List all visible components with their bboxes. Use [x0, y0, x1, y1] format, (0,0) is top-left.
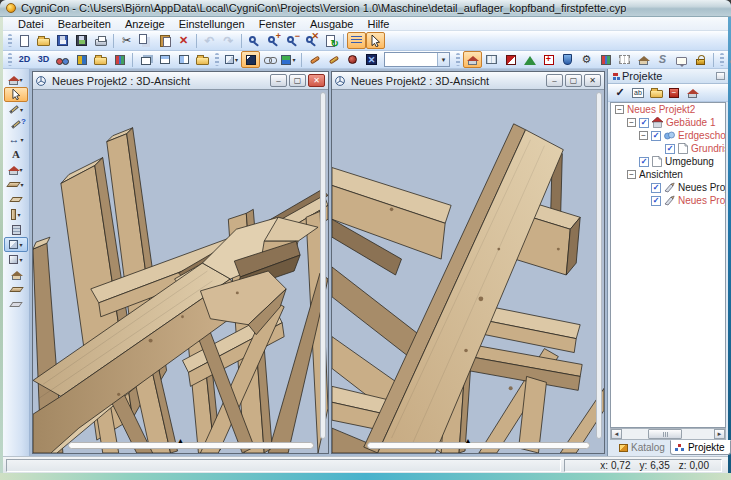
room-tool-button[interactable]: ▾	[4, 237, 28, 252]
horizontal-pan-track[interactable]	[367, 442, 590, 449]
tree-label-project[interactable]: Neues Projekt2	[627, 104, 695, 115]
panel-tool-button[interactable]: ▾	[4, 252, 28, 267]
viewport2-close-button[interactable]: ✕	[584, 74, 601, 87]
toolbar-grip[interactable]	[720, 53, 724, 66]
shaded-view-button[interactable]	[241, 51, 260, 68]
zoom-in-button[interactable]: +	[264, 32, 283, 49]
align-tool-button[interactable]: ▾	[4, 177, 28, 192]
connector-1-button[interactable]	[305, 51, 324, 68]
tree-label-building[interactable]: Gebäude 1	[666, 117, 716, 128]
tree-label-view1[interactable]: Neues Proje	[678, 182, 725, 193]
material-grid-button[interactable]	[110, 51, 129, 68]
delete-item-button[interactable]: −	[665, 85, 683, 101]
expander-icon[interactable]: −	[627, 170, 636, 179]
table-view-button[interactable]	[482, 51, 501, 68]
visibility-checkbox[interactable]: ✓	[651, 196, 661, 206]
tools-button[interactable]: ▾	[727, 51, 731, 68]
undo-button[interactable]: ↶	[200, 32, 219, 49]
redraw-button[interactable]: ↻	[321, 32, 340, 49]
render-cube-button[interactable]: ▾	[222, 51, 241, 68]
camera-view-button[interactable]	[72, 51, 91, 68]
text-tool-button[interactable]: A	[4, 147, 28, 162]
terrain-button[interactable]	[520, 51, 539, 68]
view-2d-button[interactable]: 2D	[15, 51, 34, 68]
viewport1-close-button[interactable]: ✕	[308, 74, 325, 87]
cut-button[interactable]: ✂	[117, 32, 136, 49]
paste-button[interactable]	[155, 32, 174, 49]
import-folder-button[interactable]	[91, 51, 110, 68]
tree-row-floor[interactable]: − ✓ Erdgeschos	[611, 129, 725, 142]
viewport1-restore-button[interactable]: ▢	[289, 74, 306, 87]
new-button[interactable]	[15, 32, 34, 49]
viewport2-restore-button[interactable]: ▢	[565, 74, 582, 87]
viewport2-minimize-button[interactable]: –	[546, 74, 563, 87]
steel-profile-button[interactable]: S	[653, 51, 672, 68]
stereo-glasses-button[interactable]	[53, 51, 72, 68]
viewport-window-2[interactable]: Neues Projekt2 : 3D-Ansicht – ▢ ✕	[331, 71, 605, 454]
tree-label-view2[interactable]: Neues Proje	[678, 195, 725, 206]
visibility-checkbox[interactable]: ✓	[651, 183, 661, 193]
menu-item-hilfe[interactable]: Hilfe	[360, 17, 396, 31]
visibility-checkbox[interactable]: ✓	[665, 144, 675, 154]
tree-horizontal-scrollbar[interactable]: ◄ ►	[610, 428, 726, 440]
dimension-tool-button[interactable]: ↔▾	[4, 132, 28, 147]
palette-button[interactable]	[596, 51, 615, 68]
wedge-tool-button[interactable]	[4, 192, 28, 207]
toggle-list-button[interactable]	[347, 32, 366, 49]
visibility-checkbox[interactable]: ✓	[639, 118, 649, 128]
toolbar-grip[interactable]	[8, 34, 12, 47]
visibility-checkbox[interactable]: ✓	[639, 157, 649, 167]
tree-row-view1[interactable]: ✓ Neues Proje	[611, 181, 725, 194]
apply-button[interactable]: ✓	[611, 85, 629, 101]
viewport2-titlebar[interactable]: Neues Projekt2 : 3D-Ansicht – ▢ ✕	[332, 72, 604, 90]
building-tool-button[interactable]	[4, 222, 28, 237]
arrange-windows-button[interactable]	[193, 51, 212, 68]
pan-marker[interactable]: ▲	[465, 437, 472, 444]
view-3d-button[interactable]: 3D	[34, 51, 53, 68]
save-all-button[interactable]	[72, 32, 91, 49]
house-tool-button[interactable]: ▾	[4, 162, 28, 177]
panel-dock-icon[interactable]	[716, 72, 725, 80]
menu-item-datei[interactable]: Datei	[11, 17, 51, 31]
rename-button[interactable]: ab	[629, 85, 647, 101]
toggle-select-mode-button[interactable]	[366, 32, 385, 49]
delete-button[interactable]: ✕	[174, 32, 193, 49]
compass-button[interactable]	[343, 51, 362, 68]
roof-button[interactable]	[634, 51, 653, 68]
visibility-checkbox[interactable]: ✓	[651, 131, 661, 141]
draw-tool-button[interactable]: ▾	[4, 102, 28, 117]
toolbar-grip[interactable]	[8, 53, 12, 66]
lock-button[interactable]	[691, 51, 710, 68]
copy-button[interactable]	[136, 32, 155, 49]
viewport2-canvas[interactable]: ▲	[332, 90, 604, 453]
expander-icon[interactable]: −	[627, 118, 636, 127]
roof-tool-button[interactable]	[4, 267, 28, 282]
color-mode-button[interactable]: ▾	[279, 51, 298, 68]
cascade-windows-button[interactable]	[136, 51, 155, 68]
corner-detail-button[interactable]	[501, 51, 520, 68]
print-button[interactable]	[91, 32, 110, 49]
combobox-dropdown-button[interactable]: ▾	[437, 53, 449, 66]
tile-vertical-button[interactable]	[174, 51, 193, 68]
menu-item-ausgabe[interactable]: Ausgabe	[303, 17, 360, 31]
select-tool-button[interactable]	[4, 87, 28, 102]
tab-projekte[interactable]: Projekte	[670, 440, 731, 455]
tree-label-environment[interactable]: Umgebung	[665, 156, 714, 167]
toolbar-grip[interactable]	[456, 53, 460, 66]
connector-2-button[interactable]	[324, 51, 343, 68]
tree-row-project[interactable]: − Neues Projekt2	[611, 103, 725, 116]
scroll-right-button[interactable]: ►	[714, 429, 725, 439]
protection-button[interactable]	[558, 51, 577, 68]
toolbar-grip[interactable]	[215, 53, 219, 66]
horizontal-pan-track[interactable]	[68, 442, 314, 449]
scroll-left-button[interactable]: ◄	[611, 429, 622, 439]
annotation-button[interactable]	[672, 51, 691, 68]
save-button[interactable]	[53, 32, 72, 49]
link-elements-button[interactable]	[260, 51, 279, 68]
tree-label-views-group[interactable]: Ansichten	[639, 169, 683, 180]
expander-icon[interactable]: −	[639, 131, 648, 140]
viewport1-minimize-button[interactable]: –	[270, 74, 287, 87]
post-tool-button[interactable]: ▾	[4, 207, 28, 222]
new-building-button[interactable]	[683, 85, 701, 101]
zoom-out-button[interactable]: −	[283, 32, 302, 49]
